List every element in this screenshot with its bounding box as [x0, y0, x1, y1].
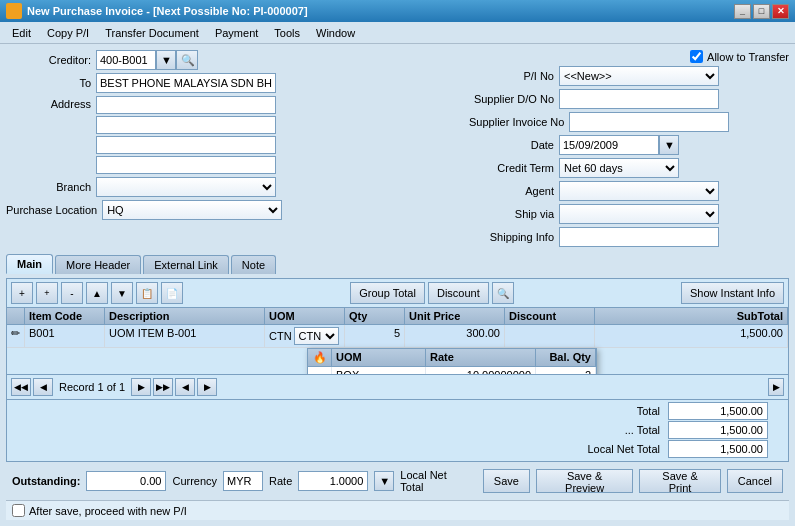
menu-payment[interactable]: Payment — [207, 25, 266, 41]
credit-term-select[interactable]: Net 60 days — [559, 158, 679, 178]
popup-cell-bal: 2 — [536, 367, 596, 374]
cell-edit: ✏ — [7, 325, 25, 347]
creditor-search-btn[interactable]: 🔍 — [176, 50, 198, 70]
supplier-invoice-input[interactable] — [569, 112, 729, 132]
tab-main[interactable]: Main — [6, 254, 53, 274]
pi-no-select[interactable]: <<New>> — [559, 66, 719, 86]
app-icon — [6, 3, 22, 19]
agent-select[interactable] — [559, 181, 719, 201]
col-subtotal: SubTotal — [595, 308, 788, 324]
popup-col-rate: Rate — [426, 349, 536, 366]
list-item[interactable]: BOX 10.00000000 2 — [308, 367, 596, 374]
nav-first-btn[interactable]: ◀◀ — [11, 378, 31, 396]
save-button[interactable]: Save — [483, 469, 530, 493]
menu-bar: Edit Copy P/I Transfer Document Payment … — [0, 22, 795, 44]
menu-edit[interactable]: Edit — [4, 25, 39, 41]
supplier-do-row: Supplier D/O No — [469, 89, 789, 109]
nav-back-btn[interactable]: ◀ — [175, 378, 195, 396]
form-right: Allow to Transfer P/I No <<New>> Supplie… — [469, 50, 789, 250]
popup-cell-uom: BOX — [332, 367, 426, 374]
total2-row: ... Total — [11, 421, 784, 439]
rate-dropdown-btn[interactable]: ▼ — [374, 471, 394, 491]
save-print-button[interactable]: Save & Print — [639, 469, 720, 493]
ship-via-select[interactable] — [559, 204, 719, 224]
outstanding-input[interactable] — [86, 471, 166, 491]
paste-btn[interactable]: 📄 — [161, 282, 183, 304]
total2-value[interactable] — [668, 421, 768, 439]
table-row[interactable]: ✏ B001 UOM ITEM B-001 CTN CTN BOX PCS 5 … — [7, 325, 788, 348]
group-total-btn[interactable]: Group Total — [350, 282, 425, 304]
title-bar: New Purchase Invoice - [Next Possible No… — [0, 0, 795, 22]
address-line1[interactable] — [96, 96, 276, 114]
menu-transfer-document[interactable]: Transfer Document — [97, 25, 207, 41]
address-line4[interactable] — [96, 156, 276, 174]
col-unit-price: Unit Price — [405, 308, 505, 324]
cancel-button[interactable]: Cancel — [727, 469, 783, 493]
popup-col-icon: 🔥 — [308, 349, 332, 366]
address-line2[interactable] — [96, 116, 276, 134]
allow-transfer-checkbox[interactable] — [690, 50, 703, 63]
local-net-value[interactable] — [668, 440, 768, 458]
address-line3[interactable] — [96, 136, 276, 154]
search-btn[interactable]: 🔍 — [492, 282, 514, 304]
navigator-row: ◀◀ ◀ Record 1 of 1 ▶ ▶▶ ◀ ▶ ▶ — [7, 374, 788, 399]
col-discount: Discount — [505, 308, 595, 324]
branch-row: Branch — [6, 177, 459, 197]
delete-row-btn[interactable]: - — [61, 282, 83, 304]
branch-select[interactable] — [96, 177, 276, 197]
purchase-location-select[interactable]: HQ — [102, 200, 282, 220]
total2-label: ... Total — [468, 424, 668, 436]
discount-btn[interactable]: Discount — [428, 282, 489, 304]
move-up-btn[interactable]: ▲ — [86, 282, 108, 304]
move-down-btn[interactable]: ▼ — [111, 282, 133, 304]
date-input[interactable] — [559, 135, 659, 155]
copy-btn[interactable]: 📋 — [136, 282, 158, 304]
grid-header: Item Code Description UOM Qty Unit Price… — [7, 308, 788, 325]
allow-transfer-label: Allow to Transfer — [707, 51, 789, 63]
form-left: Creditor: ▼ 🔍 To Address Branch — [6, 50, 459, 250]
creditor-browse-btn[interactable]: ▼ — [156, 50, 176, 70]
tab-note[interactable]: Note — [231, 255, 276, 274]
to-input[interactable] — [96, 73, 276, 93]
show-instant-info-btn[interactable]: Show Instant Info — [681, 282, 784, 304]
menu-tools[interactable]: Tools — [266, 25, 308, 41]
form-area: Creditor: ▼ 🔍 To Address Branch — [6, 50, 789, 250]
supplier-do-input[interactable] — [559, 89, 719, 109]
maximize-button[interactable]: □ — [753, 4, 770, 19]
to-row: To — [6, 73, 459, 93]
add-row-btn[interactable]: + — [11, 282, 33, 304]
close-button[interactable]: ✕ — [772, 4, 789, 19]
scroll-right-btn[interactable]: ▶ — [768, 378, 784, 396]
cell-unit-price: 300.00 — [405, 325, 505, 347]
nav-next-btn[interactable]: ▶ — [131, 378, 151, 396]
cell-description: UOM ITEM B-001 — [105, 325, 265, 347]
window-controls[interactable]: _ □ ✕ — [734, 4, 789, 19]
nav-prev-btn[interactable]: ◀ — [33, 378, 53, 396]
tab-external-link[interactable]: External Link — [143, 255, 229, 274]
proceed-new-checkbox[interactable] — [12, 504, 25, 517]
pi-no-row: P/I No <<New>> — [469, 66, 789, 86]
save-preview-button[interactable]: Save & Preview — [536, 469, 633, 493]
credit-term-label: Credit Term — [469, 162, 559, 174]
rate-label: Rate — [269, 475, 292, 487]
to-label: To — [6, 77, 96, 89]
nav-last-btn[interactable]: ▶▶ — [153, 378, 173, 396]
uom-select[interactable]: CTN BOX PCS — [294, 327, 339, 345]
shipping-info-input[interactable] — [559, 227, 719, 247]
total1-value[interactable] — [668, 402, 768, 420]
creditor-label: Creditor: — [6, 54, 96, 66]
minimize-button[interactable]: _ — [734, 4, 751, 19]
nav-forward-btn[interactable]: ▶ — [197, 378, 217, 396]
purchase-location-label: Purchase Location — [6, 204, 102, 216]
add-above-btn[interactable]: + — [36, 282, 58, 304]
creditor-input[interactable] — [96, 50, 156, 70]
tab-more-header[interactable]: More Header — [55, 255, 141, 274]
rate-input[interactable] — [298, 471, 368, 491]
menu-copy-pi[interactable]: Copy P/I — [39, 25, 97, 41]
currency-input[interactable] — [223, 471, 263, 491]
cell-item-code: B001 — [25, 325, 105, 347]
outstanding-label: Outstanding: — [12, 475, 80, 487]
address-label: Address — [6, 96, 96, 110]
menu-window[interactable]: Window — [308, 25, 363, 41]
date-picker-btn[interactable]: ▼ — [659, 135, 679, 155]
